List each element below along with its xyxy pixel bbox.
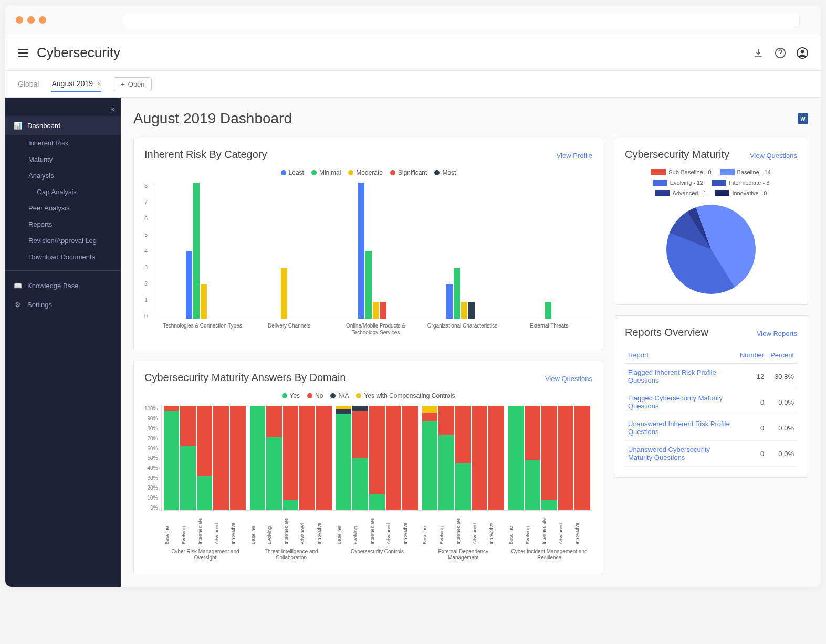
view-questions-link[interactable]: View Questions xyxy=(545,375,592,383)
tab-august-2019[interactable]: August 2019 × xyxy=(51,76,101,92)
main-content: August 2019 Dashboard W Inherent Risk By… xyxy=(121,98,821,587)
plus-icon: + xyxy=(121,80,125,88)
download-icon[interactable] xyxy=(752,47,764,59)
stacked-bar xyxy=(283,406,299,510)
sidebar-item-label: Peer Analysis xyxy=(28,204,70,212)
level-label: Intermediate xyxy=(370,511,385,546)
level-label: Intermediate xyxy=(284,511,299,546)
open-button[interactable]: + Open xyxy=(114,77,151,91)
tab-close-icon[interactable]: × xyxy=(97,79,101,88)
tab-global[interactable]: Global xyxy=(18,77,39,91)
reports-overview-card: Reports Overview View Reports ReportNumb… xyxy=(614,315,808,478)
x-label: Technologies & Connection Types xyxy=(159,319,246,339)
y-axis: 100%90%80%70%60%50%40%30%20%10%0% xyxy=(144,406,161,511)
sidebar-item-reports[interactable]: Reports xyxy=(5,216,121,233)
domain-name: Cybersecurity Controls xyxy=(334,546,421,563)
sidebar-item-inherent-risk[interactable]: Inherent Risk xyxy=(5,135,121,151)
view-questions-link[interactable]: View Questions xyxy=(750,152,797,160)
sidebar-item-label: Reports xyxy=(28,220,53,228)
stacked-bar xyxy=(316,406,332,510)
category-group xyxy=(328,183,416,319)
level-label: Innovative xyxy=(231,511,246,546)
sidebar-item-knowledge-base[interactable]: 📖Knowledge Base xyxy=(5,276,121,295)
bar xyxy=(365,251,372,319)
sidebar-item-label: Settings xyxy=(27,301,52,309)
x-label: Delivery Channels xyxy=(246,319,332,339)
y-axis: 876543210 xyxy=(144,183,152,319)
card-title: Reports Overview xyxy=(625,326,708,339)
level-label: Baseline xyxy=(164,511,180,546)
level-labels: BaselineEvolvingIntermediateAdvancedInno… xyxy=(162,511,592,546)
domain-name: Cyber Incident Management and Resilience xyxy=(506,546,592,563)
sidebar-item-download-documents[interactable]: Download Documents xyxy=(5,249,121,265)
app-title: Cybersecurity xyxy=(37,45,120,61)
report-percent: 0.0% xyxy=(767,441,797,467)
sidebar-collapse-icon[interactable]: « xyxy=(5,102,121,116)
legend-item: Sub-Baseline - 0 xyxy=(651,169,711,175)
report-link[interactable]: Flagged Inherent Risk Profile Questions xyxy=(625,364,737,389)
level-label: Advanced xyxy=(558,511,574,546)
table-row: Unanswered Cybersecurity Maturity Questi… xyxy=(625,441,797,467)
report-number: 0 xyxy=(737,441,767,467)
sidebar-item-analysis[interactable]: Analysis xyxy=(5,167,121,184)
sidebar-item-maturity[interactable]: Maturity xyxy=(5,151,121,167)
stacked-bar xyxy=(352,406,368,510)
category-group xyxy=(152,183,241,319)
sidebar-item-settings[interactable]: ⚙Settings xyxy=(5,295,121,314)
window-min-dot[interactable] xyxy=(27,16,35,24)
domain-group xyxy=(334,406,420,510)
card-title: Cybersecurity Maturity Answers By Domain xyxy=(144,372,346,384)
legend-item: Moderate xyxy=(348,169,383,176)
maturity-domain-card: Cybersecurity Maturity Answers By Domain… xyxy=(133,361,603,574)
level-label: Evolving xyxy=(525,511,541,546)
bar xyxy=(193,183,200,319)
sidebar-item-label: Maturity xyxy=(28,155,53,163)
level-label: Baseline xyxy=(250,511,266,546)
export-word-icon[interactable]: W xyxy=(798,113,808,124)
stacked-bar xyxy=(574,406,590,510)
sidebar-item-label: Dashboard xyxy=(27,122,61,130)
sidebar-item-peer-analysis[interactable]: Peer Analysis xyxy=(5,200,121,216)
level-label: Intermediate xyxy=(541,511,557,546)
table-header: Number xyxy=(737,347,767,364)
view-profile-link[interactable]: View Profile xyxy=(557,152,592,160)
level-label: Evolving xyxy=(181,511,197,546)
pie-legend: Sub-Baseline - 0Baseline - 14Evolving - … xyxy=(625,169,797,196)
url-bar[interactable] xyxy=(124,13,800,27)
stacked-bar xyxy=(508,406,524,510)
legend-item: Advanced - 1 xyxy=(655,190,707,196)
bar xyxy=(380,302,386,319)
report-number: 0 xyxy=(737,389,767,415)
legend-item: Least xyxy=(281,169,304,176)
stacked-bar xyxy=(213,406,229,510)
open-label: Open xyxy=(128,80,145,88)
report-link[interactable]: Unanswered Cybersecurity Maturity Questi… xyxy=(625,441,737,467)
level-label: Advanced xyxy=(386,511,402,546)
legend-item: Most xyxy=(434,169,456,176)
stacked-bar xyxy=(369,406,385,510)
domain-group xyxy=(162,406,248,510)
bar xyxy=(454,268,460,319)
level-label: Intermediate xyxy=(456,511,472,546)
stacked-bar xyxy=(266,406,282,510)
chart-icon: 📊 xyxy=(14,121,22,130)
bar xyxy=(468,302,475,319)
report-link[interactable]: Flagged Cybersecurity Maturity Questions xyxy=(625,389,737,415)
report-percent: 30.8% xyxy=(767,364,797,389)
sidebar-item-dashboard[interactable]: 📊Dashboard xyxy=(5,116,121,135)
view-reports-link[interactable]: View Reports xyxy=(757,330,797,337)
sidebar-item-revision-approval-log[interactable]: Revision/Approval Log xyxy=(5,233,121,249)
account-icon[interactable] xyxy=(797,47,808,59)
sidebar-item-gap-analysis[interactable]: Gap Analysis xyxy=(5,184,121,200)
menu-icon[interactable] xyxy=(18,47,28,59)
stacked-bar xyxy=(230,406,246,510)
bar xyxy=(446,284,453,319)
level-label: Advanced xyxy=(300,511,316,546)
window-max-dot[interactable] xyxy=(39,16,46,24)
window-close-dot[interactable] xyxy=(16,16,23,24)
bar xyxy=(461,302,467,319)
report-link[interactable]: Unanswered Inherent Risk Profile Questio… xyxy=(625,415,737,441)
reports-table: ReportNumberPercent Flagged Inherent Ris… xyxy=(625,347,797,467)
help-icon[interactable] xyxy=(775,47,786,59)
sidebar-item-label: Analysis xyxy=(28,172,54,180)
